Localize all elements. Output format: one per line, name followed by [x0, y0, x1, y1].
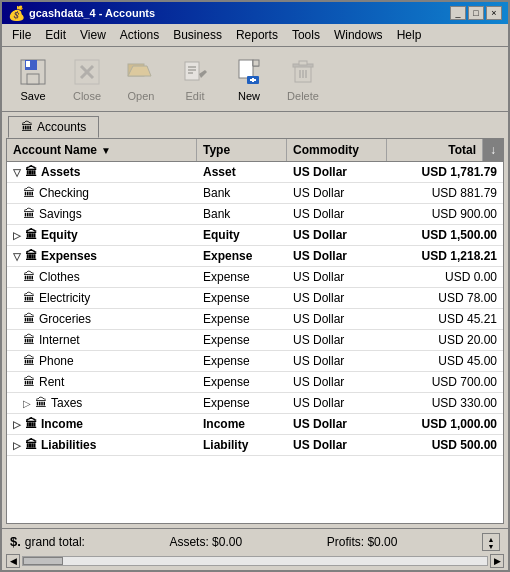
- title-bar: 💰 gcashdata_4 - Accounts _ □ ×: [2, 2, 508, 24]
- header-type[interactable]: Type: [197, 139, 287, 161]
- status-scroll-btn[interactable]: ▲ ▼: [482, 533, 500, 551]
- cell-commodity: US Dollar: [287, 330, 387, 350]
- expand-icon[interactable]: ▷: [13, 419, 21, 430]
- account-icon: 🏛: [25, 417, 37, 431]
- table-row[interactable]: 🏛 Phone Expense US Dollar USD 45.00: [7, 351, 503, 372]
- maximize-button[interactable]: □: [468, 6, 484, 20]
- menu-windows[interactable]: Windows: [328, 26, 389, 44]
- account-name-text: Groceries: [39, 312, 91, 326]
- header-sort[interactable]: ↓: [483, 139, 503, 161]
- table-row[interactable]: 🏛 Savings Bank US Dollar USD 900.00: [7, 204, 503, 225]
- table-row[interactable]: 🏛 Checking Bank US Dollar USD 881.79: [7, 183, 503, 204]
- cell-name: ▽ 🏛 Assets: [7, 162, 197, 182]
- menu-actions[interactable]: Actions: [114, 26, 165, 44]
- account-name-text: Equity: [41, 228, 78, 242]
- account-name-text: Electricity: [39, 291, 90, 305]
- table-row[interactable]: ▽ 🏛 Assets Asset US Dollar USD 1,781.79: [7, 162, 503, 183]
- table-row[interactable]: ▷ 🏛 Liabilities Liability US Dollar USD …: [7, 435, 503, 456]
- header-total[interactable]: Total: [387, 139, 483, 161]
- cell-total: USD 500.00: [387, 435, 503, 455]
- close-button[interactable]: ×: [486, 6, 502, 20]
- edit-button[interactable]: Edit: [170, 51, 220, 107]
- accounts-tab[interactable]: 🏛 Accounts: [8, 116, 99, 138]
- table-row[interactable]: ▷ 🏛 Taxes Expense US Dollar USD 330.00: [7, 393, 503, 414]
- status-profits: Profits: $0.00: [327, 535, 398, 549]
- cell-total: USD 881.79: [387, 183, 503, 203]
- scroll-thumb[interactable]: [23, 557, 63, 565]
- cell-total: USD 45.00: [387, 351, 503, 371]
- open-button[interactable]: Open: [116, 51, 166, 107]
- menu-business[interactable]: Business: [167, 26, 228, 44]
- close-button[interactable]: Close: [62, 51, 112, 107]
- table-row[interactable]: 🏛 Rent Expense US Dollar USD 700.00: [7, 372, 503, 393]
- tab-bar: 🏛 Accounts: [2, 112, 508, 138]
- minimize-button[interactable]: _: [450, 6, 466, 20]
- scroll-right-button[interactable]: ▶: [490, 554, 504, 568]
- status-bar: $. grand total: Assets: $0.00 Profits: $…: [2, 528, 508, 554]
- expand-icon[interactable]: ▷: [13, 440, 21, 451]
- menu-reports[interactable]: Reports: [230, 26, 284, 44]
- account-icon: 🏛: [23, 312, 35, 326]
- status-left: $. grand total:: [10, 534, 85, 549]
- cell-name: ▷ 🏛 Equity: [7, 225, 197, 245]
- scroll-left-button[interactable]: ◀: [6, 554, 20, 568]
- cell-total: USD 20.00: [387, 330, 503, 350]
- horizontal-scrollbar: ◀ ▶: [6, 554, 504, 568]
- save-button[interactable]: Save: [8, 51, 58, 107]
- table-row[interactable]: ▷ 🏛 Income Income US Dollar USD 1,000.00: [7, 414, 503, 435]
- expand-icon[interactable]: ▷: [23, 398, 31, 409]
- account-name-text: Assets: [41, 165, 80, 179]
- expand-icon[interactable]: ▷: [13, 230, 21, 241]
- menu-file[interactable]: File: [6, 26, 37, 44]
- open-icon: [125, 56, 157, 88]
- svg-rect-22: [299, 61, 307, 65]
- status-currency-icon: $.: [10, 534, 21, 549]
- header-account-name[interactable]: Account Name ▼: [7, 139, 197, 161]
- cell-name: 🏛 Rent: [7, 372, 197, 392]
- save-icon: [17, 56, 49, 88]
- header-commodity[interactable]: Commodity: [287, 139, 387, 161]
- table-row[interactable]: 🏛 Groceries Expense US Dollar USD 45.21: [7, 309, 503, 330]
- cell-commodity: US Dollar: [287, 183, 387, 203]
- cell-type: Expense: [197, 246, 287, 266]
- cell-total: USD 1,218.21: [387, 246, 503, 266]
- cell-commodity: US Dollar: [287, 225, 387, 245]
- menu-help[interactable]: Help: [391, 26, 428, 44]
- svg-rect-3: [26, 61, 30, 67]
- cell-name: 🏛 Clothes: [7, 267, 197, 287]
- status-assets: Assets: $0.00: [169, 535, 242, 549]
- table-row[interactable]: ▷ 🏛 Equity Equity US Dollar USD 1,500.00: [7, 225, 503, 246]
- delete-button[interactable]: Delete: [278, 51, 328, 107]
- account-icon: 🏛: [23, 270, 35, 284]
- menu-view[interactable]: View: [74, 26, 112, 44]
- account-name-text: Income: [41, 417, 83, 431]
- table-row[interactable]: 🏛 Clothes Expense US Dollar USD 0.00: [7, 267, 503, 288]
- account-icon: 🏛: [23, 354, 35, 368]
- cell-type: Expense: [197, 288, 287, 308]
- cell-name: 🏛 Savings: [7, 204, 197, 224]
- cell-type: Bank: [197, 183, 287, 203]
- new-button[interactable]: New: [224, 51, 274, 107]
- table-row[interactable]: 🏛 Electricity Expense US Dollar USD 78.0…: [7, 288, 503, 309]
- cell-name: 🏛 Electricity: [7, 288, 197, 308]
- cell-type: Expense: [197, 372, 287, 392]
- close-icon: [71, 56, 103, 88]
- table-row[interactable]: ▽ 🏛 Expenses Expense US Dollar USD 1,218…: [7, 246, 503, 267]
- close-label: Close: [73, 90, 101, 102]
- svg-rect-2: [27, 74, 39, 84]
- menu-tools[interactable]: Tools: [286, 26, 326, 44]
- account-icon: 🏛: [25, 165, 37, 179]
- expand-icon[interactable]: ▽: [13, 251, 21, 262]
- menu-edit[interactable]: Edit: [39, 26, 72, 44]
- cell-commodity: US Dollar: [287, 309, 387, 329]
- table-row[interactable]: 🏛 Internet Expense US Dollar USD 20.00: [7, 330, 503, 351]
- svg-marker-13: [199, 70, 207, 78]
- scroll-track: [22, 556, 488, 566]
- cell-type: Asset: [197, 162, 287, 182]
- main-window: 💰 gcashdata_4 - Accounts _ □ × File Edit…: [0, 0, 510, 572]
- expand-icon[interactable]: ▽: [13, 167, 21, 178]
- cell-total: USD 700.00: [387, 372, 503, 392]
- window-title: gcashdata_4 - Accounts: [29, 7, 155, 19]
- new-icon: [233, 56, 265, 88]
- account-name-text: Taxes: [51, 396, 82, 410]
